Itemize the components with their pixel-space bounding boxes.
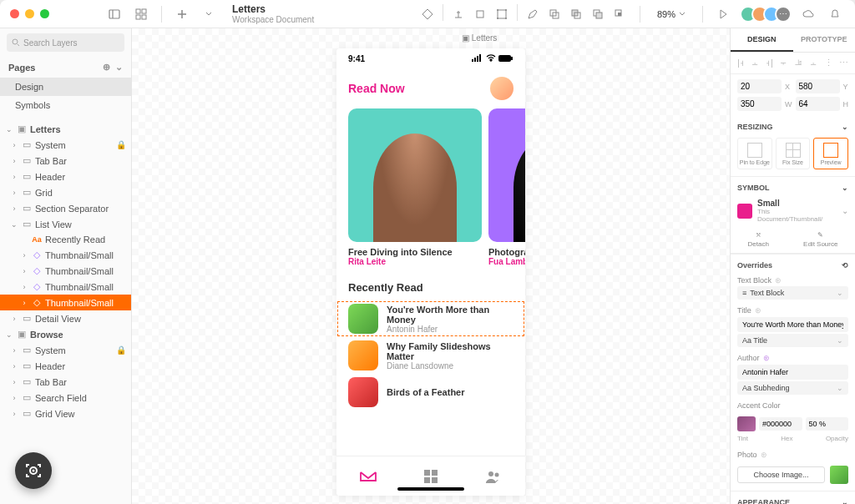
tool-icon[interactable] [448,4,468,24]
chevron-down-icon[interactable]: ⌄ [842,184,848,192]
layer-tabbar[interactable]: ›▭Tab Bar [0,153,131,169]
align-left-icon[interactable]: |⫞ [737,58,745,68]
tool-icon[interactable] [470,4,490,24]
pos-h-input[interactable] [796,97,840,111]
symbol-tool-icon[interactable] [417,4,438,24]
align-bottom-icon[interactable]: ⫠ [809,58,818,68]
svg-rect-30 [432,477,438,483]
tab-prototype[interactable]: PROTOTYPE [793,28,856,52]
svg-rect-29 [424,477,430,483]
intersect-icon[interactable] [588,4,608,24]
layer-system-b[interactable]: ›▭System🔒 [0,342,131,358]
layer-thumbnail-small[interactable]: ›◇Thumbnail/Small [0,247,131,263]
layer-header[interactable]: ›▭Header [0,169,131,184]
bell-icon[interactable] [825,4,845,24]
list-item[interactable]: Why Family Slideshows Matter Diane Lansd… [336,337,525,374]
chevron-down-icon[interactable]: ⌄ [842,123,848,131]
layer-thumbnail-small-selected[interactable]: ›◇Thumbnail/Small [0,295,131,310]
add-page-icon[interactable]: ⊕ [103,62,110,73]
canvas[interactable]: ▣ Letters 9:41 Read Now [132,28,730,504]
zoom-control[interactable]: 89% [650,9,692,19]
close-window[interactable] [10,9,19,18]
accent-color-swatch[interactable] [737,416,756,431]
hex-input[interactable] [759,417,802,431]
cloud-icon[interactable] [798,4,818,24]
layer-tabbar-b[interactable]: ›▭Tab Bar [0,374,131,390]
layer-grid[interactable]: ›▭Grid [0,184,131,200]
tab-people-icon[interactable] [484,467,503,486]
layer-gridview[interactable]: ›▭Grid View [0,406,131,421]
collapse-icon[interactable]: ⌄ [115,62,123,73]
title-style-select[interactable]: Aa Title⌄ [737,334,848,347]
union-icon[interactable] [544,4,564,24]
tab-grid-icon[interactable] [422,467,440,486]
difference-icon[interactable] [610,4,630,24]
collaborator-avatars[interactable]: ⋯ [740,6,792,23]
minimize-window[interactable] [25,9,34,18]
resize-preview[interactable]: Preview [813,138,848,169]
story-card[interactable]: Free Diving into Silence Rita Leite [348,108,482,266]
play-icon[interactable] [713,4,733,24]
layer-detailview[interactable]: ›▭Detail View [0,310,131,326]
card-title: Free Diving into Silence [348,247,482,257]
title-override-input[interactable] [737,317,848,332]
tool-icon[interactable] [492,4,512,24]
author-style-select[interactable]: Aa Subheding⌄ [737,381,848,395]
pos-w-input[interactable] [737,97,782,111]
phone-artboard[interactable]: 9:41 Read Now Free Diving into Silence [336,48,525,496]
insert-icon[interactable] [172,4,192,24]
avatar-more[interactable]: ⋯ [775,6,792,23]
artboard-browse[interactable]: ⌄▣Browse [0,326,131,342]
align-top-icon[interactable]: ⫟ [779,58,788,68]
photo-thumbnail[interactable] [830,466,848,484]
artboard-letters[interactable]: ⌄▣Letters [0,121,131,137]
lock-icon[interactable]: 🔒 [116,140,126,149]
edit-tool-icon[interactable] [523,4,543,24]
maximize-window[interactable] [40,9,49,18]
overrides-label: Overrides [737,261,772,270]
list-item[interactable]: Birds of a Feather [336,374,525,411]
tab-mail-icon[interactable] [359,467,377,486]
align-middle-icon[interactable]: ⫡ [794,58,803,68]
list-item[interactable]: You're Worth More than Money Antonin Haf… [336,300,525,337]
author-override-input[interactable] [737,365,848,380]
layer-listview[interactable]: ⌄▭List View [0,216,131,232]
search-layers-input[interactable]: Search Layers [7,33,124,52]
chevron-down-icon[interactable]: ⌄ [842,498,848,504]
story-card[interactable]: Photographi Fua Lamba [488,108,525,266]
layer-header-b[interactable]: ›▭Header [0,358,131,374]
symbol-selector[interactable]: Small This Document/Thumbnail/ ⌄ [731,195,855,226]
distribute-h-icon[interactable]: ⋮ [824,58,833,68]
layer-searchfield[interactable]: ›▭Search Field [0,390,131,406]
artboard-label[interactable]: ▣ Letters [462,33,497,43]
page-design[interactable]: Design [0,78,131,96]
reset-overrides-icon[interactable]: ⟲ [842,261,848,270]
distribute-v-icon[interactable]: ⋯ [839,58,848,68]
layer-thumbnail-small[interactable]: ›◇Thumbnail/Small [0,279,131,295]
layer-thumbnail-small[interactable]: ›◇Thumbnail/Small [0,263,131,279]
edit-source-button[interactable]: ✎Edit Source [803,231,837,248]
layer-recently-read[interactable]: AaRecently Read [0,232,131,247]
align-center-icon[interactable]: ⫠ [751,58,760,68]
resize-pin[interactable]: Pin to Edge [737,138,772,169]
lock-icon[interactable]: 🔒 [116,345,126,355]
detach-button[interactable]: ⤲Detach [748,231,769,248]
grid-view-icon[interactable] [131,4,151,24]
sidebar-toggle-icon[interactable] [104,4,124,24]
user-avatar[interactable] [490,77,514,100]
tab-design[interactable]: DESIGN [731,28,793,52]
subtract-icon[interactable] [566,4,586,24]
insert-chevron-icon[interactable] [199,4,219,24]
align-right-icon[interactable]: ⫞| [766,58,773,68]
layer-section-separator[interactable]: ›▭Section Separator [0,200,131,216]
google-lens-button[interactable] [15,452,52,489]
resize-fix[interactable]: Fix Size [776,138,811,169]
opacity-input[interactable] [806,417,849,431]
pos-y-input[interactable] [796,79,840,93]
textblock-select[interactable]: ≡ Text Block⌄ [737,286,848,300]
appearance-label: APPEARANCE [737,498,790,504]
choose-image-button[interactable]: Choose Image... [737,466,825,483]
page-symbols[interactable]: Symbols [0,96,131,114]
layer-system[interactable]: ›▭System🔒 [0,137,131,153]
pos-x-input[interactable] [737,79,782,93]
